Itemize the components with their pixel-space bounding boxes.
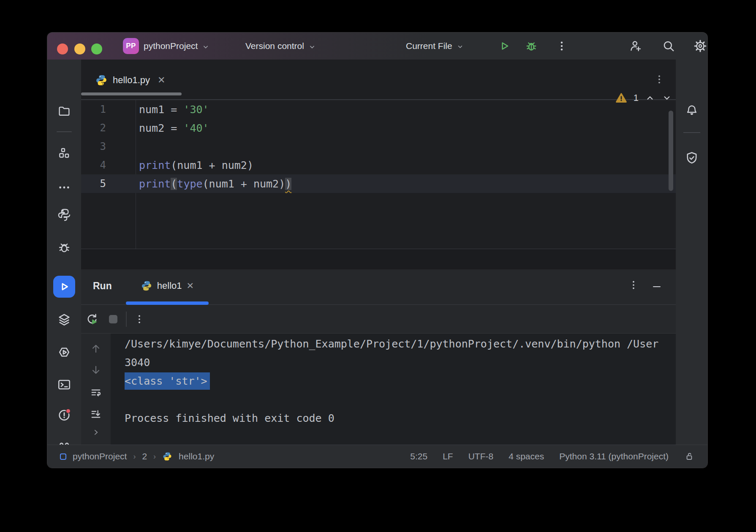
rerun-icon[interactable] [85,312,99,326]
run-panel-options-icon[interactable] [628,280,639,290]
code-line[interactable]: 2num2 = '40' [81,119,676,137]
settings-gear-icon[interactable] [693,39,707,53]
soft-wrap-icon[interactable] [88,385,103,400]
status-bar: pythonProject › 2 › hello1.py 5:25 LF UT… [47,445,707,468]
project-folder-icon[interactable] [56,102,73,119]
breadcrumb-project[interactable]: pythonProject [73,451,127,461]
python-file-icon [95,74,108,87]
close-tab-icon[interactable]: ✕ [158,75,165,86]
run-console[interactable]: /Users/kimye/Documents/Python_Example/Pr… [81,334,676,445]
code-line[interactable]: 5print(type(num1 + num2)) [81,174,676,193]
run-configuration-selector[interactable]: Current File [406,33,464,60]
next-occurrence-icon[interactable] [88,362,103,377]
vcs-widget[interactable]: Version control [245,33,316,60]
close-window-button[interactable] [57,43,68,54]
warning-icon [615,92,628,104]
previous-problem-icon[interactable] [645,92,655,103]
notifications-bell-icon[interactable] [683,102,700,119]
line-number: 5 [81,178,136,190]
editor-tab-bar: hello1.py ✕ [81,60,676,100]
console-line[interactable]: 3040 [125,353,676,372]
python-console-icon[interactable] [56,344,73,361]
active-tab-indicator [81,92,182,95]
editor-bottom-gap [81,249,676,269]
terminal-icon[interactable] [56,376,73,393]
chevron-down-icon [201,43,210,51]
line-number: 4 [81,159,136,171]
zoom-window-button[interactable] [91,43,102,54]
inspection-widget[interactable]: 1 [615,91,672,105]
services-icon[interactable] [56,311,73,328]
run-tool-window: Run hello1 ✕ [81,269,676,445]
run-button[interactable] [498,39,511,53]
hide-panel-icon[interactable] [651,281,662,292]
run-panel-title: Run [93,269,112,302]
unlocked-padlock-icon[interactable] [684,451,695,462]
run-toolbar-more-icon[interactable] [132,312,147,326]
stop-icon[interactable] [106,312,120,326]
main-area: hello1.py ✕ 1 1num1 = '30'2num2 = '40'34… [81,60,676,445]
left-tool-strip [47,60,81,445]
project-switcher[interactable]: pythonProject [144,33,210,60]
breadcrumb-folder[interactable]: 2 [142,451,147,461]
tab-options-icon[interactable] [654,74,665,85]
tab-label: hello1.py [113,75,150,86]
breadcrumb-separator: › [133,452,136,461]
code-line[interactable]: 1num1 = '30' [81,100,676,119]
project-badge[interactable]: PP [123,38,139,54]
console-line[interactable]: Process finished with exit code 0 [125,409,676,427]
python-packages-icon[interactable] [56,206,73,223]
ide-window: PP pythonProject Version control Current… [47,33,707,468]
python-file-icon [141,280,152,292]
run-config-label: Current File [406,41,452,51]
structure-icon[interactable] [56,145,73,162]
code-editor[interactable]: 1num1 = '30'2num2 = '40'34print(num1 + n… [81,100,676,249]
scroll-to-end-icon[interactable] [88,407,103,422]
python-interpreter[interactable]: Python 3.11 (pythonProject) [559,451,669,461]
run-tab-hello1[interactable]: hello1 ✕ [126,269,209,302]
console-line[interactable] [125,390,676,409]
run-panel-header: Run hello1 ✕ [81,269,676,305]
console-gutter [81,334,111,445]
problems-icon[interactable] [56,406,73,423]
run-tool-window-button-active[interactable] [53,276,75,298]
caret-position[interactable]: 5:25 [410,451,427,461]
line-separator[interactable]: LF [443,451,453,461]
strip-divider [683,132,700,133]
strip-divider [57,131,72,132]
file-encoding[interactable]: UTF-8 [468,451,494,461]
console-line[interactable]: <class 'str'> [125,372,676,390]
toolbar-divider [126,312,127,327]
expand-chevron-icon[interactable] [88,425,103,440]
run-toolbar [81,305,676,334]
console-line[interactable]: /Users/kimye/Documents/Python_Example/Pr… [125,334,676,353]
indent-style[interactable]: 4 spaces [509,451,544,461]
next-problem-icon[interactable] [661,92,672,103]
project-widget-icon[interactable] [60,453,66,460]
vcs-label: Version control [245,41,304,51]
code-line[interactable]: 4print(num1 + num2) [81,156,676,174]
chevron-down-icon [456,43,464,51]
line-number: 1 [81,103,136,115]
minimize-window-button[interactable] [74,43,85,54]
add-user-icon[interactable] [628,39,642,53]
more-actions-button[interactable] [555,39,568,53]
breadcrumb-file[interactable]: hello1.py [179,451,214,461]
code-line[interactable]: 3 [81,137,676,156]
project-badge-label: PP [126,42,136,50]
editor-tab-hello1[interactable]: hello1.py ✕ [81,67,182,93]
more-tools-icon[interactable] [56,179,73,196]
breadcrumb: pythonProject › 2 › hello1.py [47,451,410,461]
editor-scrollbar[interactable] [669,111,673,191]
search-icon[interactable] [662,39,675,53]
close-run-tab-icon[interactable]: ✕ [187,281,194,291]
status-widgets: 5:25 LF UTF-8 4 spaces Python 3.11 (pyth… [410,451,707,462]
debug-tool-icon[interactable] [56,239,73,256]
chevron-down-icon [308,43,316,51]
prev-occurrence-icon[interactable] [88,341,103,356]
line-number: 2 [81,122,136,134]
active-run-tab-indicator [126,301,209,305]
shield-check-icon[interactable] [683,149,700,166]
debug-button[interactable] [525,39,538,53]
breadcrumb-separator: › [153,452,156,461]
